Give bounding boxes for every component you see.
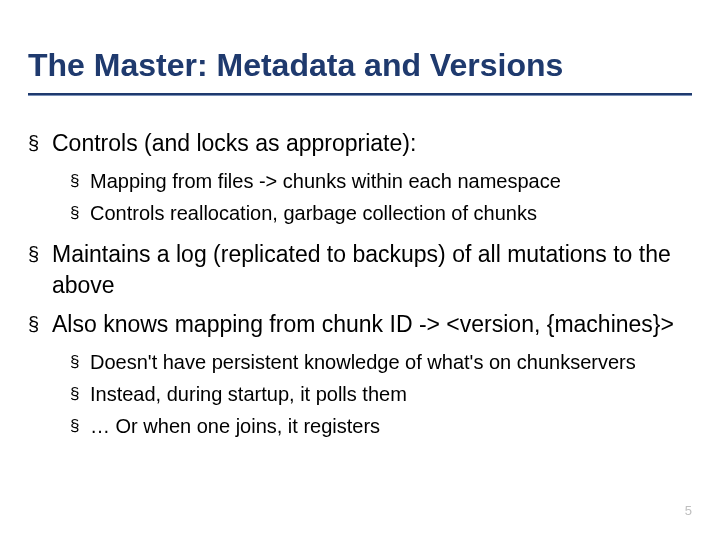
sub-bullet-text: … Or when one joins, it registers [90,415,380,437]
sub-bullet-text: Mapping from files -> chunks within each… [90,170,561,192]
slide-title: The Master: Metadata and Versions [28,48,692,89]
page-number: 5 [685,503,692,518]
sub-bullet-text: Instead, during startup, it polls them [90,383,407,405]
bullet-item: Also knows mapping from chunk ID -> <ver… [28,309,692,440]
bullet-item: Maintains a log (replicated to backups) … [28,239,692,301]
sub-bullet-item: Instead, during startup, it polls them [52,380,692,408]
sub-bullet-item: Doesn't have persistent knowledge of wha… [52,348,692,376]
sub-bullet-text: Controls reallocation, garbage collectio… [90,202,537,224]
bullet-list: Controls (and locks as appropriate): Map… [28,128,692,440]
sub-bullet-text: Doesn't have persistent knowledge of wha… [90,351,636,373]
title-underline [28,93,692,96]
bullet-text: Maintains a log (replicated to backups) … [52,241,671,298]
slide: The Master: Metadata and Versions Contro… [0,0,720,540]
bullet-text: Also knows mapping from chunk ID -> <ver… [52,311,674,337]
bullet-item: Controls (and locks as appropriate): Map… [28,128,692,227]
sub-bullet-list: Mapping from files -> chunks within each… [52,167,692,227]
bullet-text: Controls (and locks as appropriate): [52,130,416,156]
sub-bullet-item: Mapping from files -> chunks within each… [52,167,692,195]
sub-bullet-item: Controls reallocation, garbage collectio… [52,199,692,227]
sub-bullet-item: … Or when one joins, it registers [52,412,692,440]
sub-bullet-list: Doesn't have persistent knowledge of wha… [52,348,692,440]
